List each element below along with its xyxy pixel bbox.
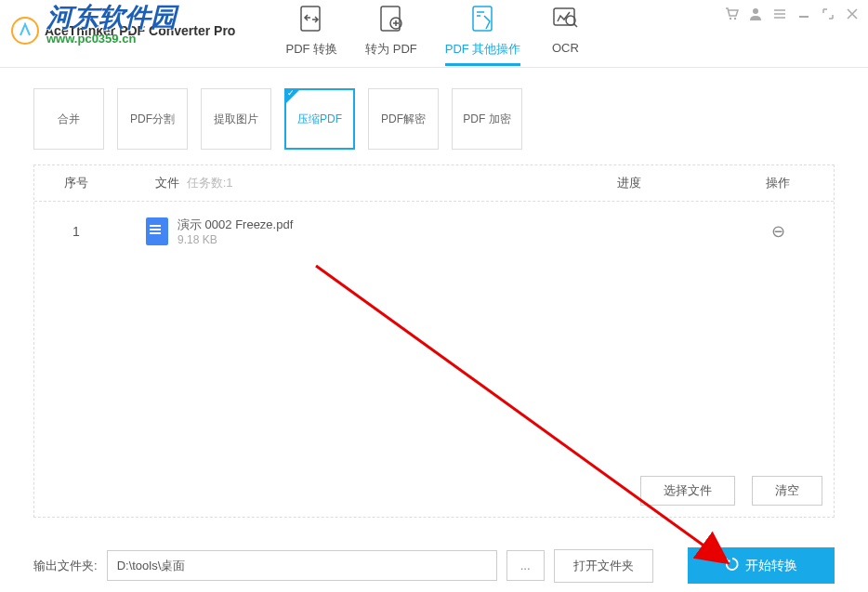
table-header: 序号 文件 任务数:1 进度 操作 [34, 165, 834, 202]
svg-point-9 [753, 8, 758, 14]
refresh-icon [725, 557, 740, 574]
logo-area: AceThinker PDF Converter Pro [11, 17, 235, 45]
select-file-button[interactable]: 选择文件 [640, 476, 735, 506]
tab-label: PDF 其他操作 [445, 41, 521, 58]
window-controls [723, 6, 861, 22]
table-row: 1 演示 0002 Freeze.pdf 9.18 KB ⊖ [34, 202, 834, 261]
row-seq: 1 [34, 224, 118, 239]
svg-point-0 [12, 18, 38, 44]
sub-tabs: 合并 PDF分割 提取图片 压缩PDF PDF解密 PDF 加密 [0, 68, 868, 157]
pdf-file-icon [146, 217, 168, 245]
tab-pdf-other[interactable]: PDF 其他操作 [445, 2, 521, 66]
header-progress: 进度 [536, 175, 722, 191]
svg-point-7 [730, 18, 731, 20]
subtab-encrypt[interactable]: PDF 加密 [452, 88, 522, 150]
main-tabs: PDF 转换 转为 PDF PDF 其他操作 OCR [286, 2, 583, 66]
svg-rect-5 [554, 8, 574, 25]
file-table: 序号 文件 任务数:1 进度 操作 1 演示 0002 Freeze.pdf 9… [33, 164, 835, 518]
header-operation: 操作 [722, 175, 834, 191]
header-seq: 序号 [34, 175, 118, 191]
subtab-merge[interactable]: 合并 [33, 88, 104, 150]
footer: 输出文件夹: ... 打开文件夹 开始转换 [0, 534, 868, 592]
close-icon[interactable] [844, 6, 861, 22]
output-label: 输出文件夹: [33, 558, 98, 574]
pdf-convert-icon [295, 2, 328, 35]
cart-icon[interactable] [723, 6, 740, 22]
open-folder-button[interactable]: 打开文件夹 [554, 549, 653, 583]
start-convert-button[interactable]: 开始转换 [688, 547, 835, 584]
user-icon[interactable] [747, 6, 764, 22]
subtab-split[interactable]: PDF分割 [117, 88, 188, 150]
file-info: 演示 0002 Freeze.pdf 9.18 KB [118, 217, 536, 246]
file-name: 演示 0002 Freeze.pdf [178, 217, 293, 233]
ocr-icon [548, 2, 582, 35]
header-file: 文件 任务数:1 [118, 175, 536, 191]
svg-point-8 [734, 18, 736, 20]
tab-label: OCR [552, 41, 579, 55]
table-actions: 选择文件 清空 [640, 476, 822, 506]
tab-ocr[interactable]: OCR [548, 2, 582, 66]
tab-to-pdf[interactable]: 转为 PDF [365, 2, 417, 66]
browse-button[interactable]: ... [506, 550, 545, 581]
subtab-compress[interactable]: 压缩PDF [284, 88, 355, 150]
pdf-other-icon [467, 2, 500, 35]
task-count: 任务数:1 [187, 176, 233, 190]
tab-pdf-convert[interactable]: PDF 转换 [286, 2, 338, 66]
tab-label: 转为 PDF [365, 41, 417, 58]
svg-rect-4 [473, 7, 492, 31]
tab-label: PDF 转换 [286, 41, 338, 58]
minimize-icon[interactable] [796, 6, 812, 22]
titlebar: AceThinker PDF Converter Pro PDF 转换 转为 P… [0, 0, 868, 68]
menu-dropdown-icon[interactable] [771, 6, 788, 22]
subtab-extract-image[interactable]: 提取图片 [201, 88, 271, 150]
to-pdf-icon [375, 2, 408, 35]
file-size: 9.18 KB [178, 233, 293, 246]
subtab-decrypt[interactable]: PDF解密 [368, 88, 439, 150]
content-area: 序号 文件 任务数:1 进度 操作 1 演示 0002 Freeze.pdf 9… [33, 164, 835, 518]
svg-rect-2 [381, 7, 400, 31]
clear-button[interactable]: 清空 [752, 476, 822, 506]
maximize-icon[interactable] [820, 6, 836, 22]
output-path-input[interactable] [107, 550, 497, 581]
app-title: AceThinker PDF Converter Pro [45, 23, 235, 38]
remove-row-button[interactable]: ⊖ [722, 221, 834, 242]
app-logo-icon [11, 17, 39, 45]
